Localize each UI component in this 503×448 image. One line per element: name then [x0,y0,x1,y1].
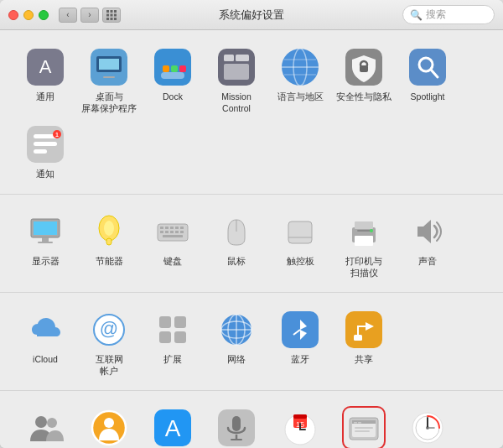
svg-rect-23 [236,55,249,61]
window-title: 系统偏好设置 [219,8,284,23]
svg-rect-65 [355,221,373,229]
pref-bluetooth[interactable]: 蓝牙 [268,303,332,369]
pref-extensions[interactable]: 扩展 [141,303,205,369]
display-icon-wrap [23,210,67,253]
svg-rect-59 [180,231,184,233]
svg-rect-56 [165,231,169,233]
svg-rect-51 [165,227,169,229]
sharing-label: 共享 [355,354,373,366]
pref-network[interactable]: 网络 [205,303,268,369]
pref-dock[interactable]: Dock [141,40,205,107]
dock-icon-wrap [151,45,194,89]
pref-notifications[interactable]: 1 通知 [13,117,77,184]
mouse-icon-wrap [215,210,258,253]
grid-button[interactable] [102,8,121,23]
keyboard-icon-wrap [151,210,194,253]
svg-rect-54 [180,227,184,229]
svg-rect-55 [160,231,163,233]
pref-datetime[interactable]: 15 日期与时间 [268,401,332,448]
svg-rect-19 [171,65,178,72]
svg-rect-33 [409,49,446,86]
bluetooth-label: 蓝牙 [291,354,309,366]
pref-icloud[interactable]: iCloud [13,303,77,369]
datetime-icon-wrap: 15 [278,406,322,448]
network-label: 网络 [227,354,246,366]
svg-rect-24 [224,64,249,80]
svg-rect-7 [111,18,113,20]
pref-dictation[interactable]: 听写与语音 [205,401,268,448]
close-button[interactable] [8,10,18,20]
sound-icon-wrap [406,210,449,253]
pref-startup[interactable]: 启动磁盘 [332,401,396,448]
section-hardware: 显示器 节能器 键盘 [0,195,503,293]
svg-rect-13 [99,59,119,70]
svg-rect-0 [106,10,109,13]
printer-icon-wrap [342,210,386,253]
svg-rect-17 [161,72,184,79]
icloud-label: iCloud [33,354,58,366]
svg-rect-74 [174,331,186,343]
section-system: 用户与群组 家长控制 A App Store [0,391,503,448]
pref-desktop[interactable]: 桌面与 屏幕保护程序 [77,40,141,117]
pref-security[interactable]: 安全性与隐私 [332,40,396,107]
desktop-label: 桌面与 屏幕保护程序 [81,91,137,114]
appstore-icon-wrap: A [151,406,194,448]
svg-point-84 [35,416,47,428]
svg-rect-73 [159,331,171,343]
mouse-label: 鼠标 [227,256,246,268]
svg-rect-48 [106,238,111,245]
search-box[interactable]: 🔍 搜索 [402,5,495,24]
pref-display[interactable]: 显示器 [13,205,77,271]
svg-rect-106 [355,427,373,429]
svg-rect-97 [293,414,307,419]
svg-text:1: 1 [55,132,59,138]
svg-rect-71 [159,316,171,328]
display-label: 显示器 [32,256,60,268]
svg-rect-57 [170,231,174,233]
pref-timemachine[interactable]: Time Machine [396,401,459,448]
svg-rect-66 [355,236,373,246]
svg-point-88 [104,418,114,428]
svg-rect-39 [34,149,47,154]
pref-internet[interactable]: @ 互联网 帐户 [77,303,141,380]
svg-rect-44 [42,237,49,242]
svg-rect-15 [103,76,115,78]
svg-rect-3 [106,13,109,16]
pref-sharing[interactable]: 共享 [332,303,396,369]
search-icon: 🔍 [410,9,423,21]
mission-icon-wrap [215,45,258,89]
pref-printer[interactable]: 打印机与 扫描仪 [332,205,396,282]
spotlight-label: Spotlight [411,91,445,103]
internet-label: 互联网 帐户 [96,354,123,377]
svg-rect-72 [174,316,186,328]
svg-rect-58 [175,231,179,233]
svg-point-85 [47,418,57,428]
energy-label: 节能器 [96,256,123,268]
system-preferences-window: ‹ › 系统偏好设置 🔍 搜索 A 通用 [0,0,503,448]
svg-rect-1 [111,10,113,13]
pref-users[interactable]: 用户与群组 [13,401,77,448]
pref-spotlight[interactable]: Spotlight [396,40,459,107]
maximize-button[interactable] [39,10,49,20]
forward-button[interactable]: › [80,8,99,23]
pref-general[interactable]: A 通用 [13,40,77,107]
pref-trackpad[interactable]: 触控板 [268,205,332,271]
pref-mission[interactable]: Mission Control [205,40,268,117]
dictation-icon-wrap [215,406,258,448]
svg-point-47 [104,221,114,236]
minimize-button[interactable] [23,10,34,20]
pref-appstore[interactable]: A App Store [141,401,205,448]
pref-sound[interactable]: 声音 [396,205,459,271]
pref-energy[interactable]: 节能器 [77,205,141,271]
pref-language[interactable]: 语言与地区 [268,40,332,107]
svg-rect-8 [114,18,117,20]
pref-parental[interactable]: 家长控制 [77,401,141,448]
svg-rect-107 [355,430,370,432]
pref-mouse[interactable]: 鼠标 [205,205,268,271]
content-area: A 通用 桌面与 屏幕保护程序 Dock [0,30,503,448]
svg-rect-43 [34,221,57,235]
pref-keyboard[interactable]: 键盘 [141,205,205,271]
svg-rect-20 [179,65,186,72]
svg-rect-14 [107,72,111,76]
back-button[interactable]: ‹ [59,8,77,23]
